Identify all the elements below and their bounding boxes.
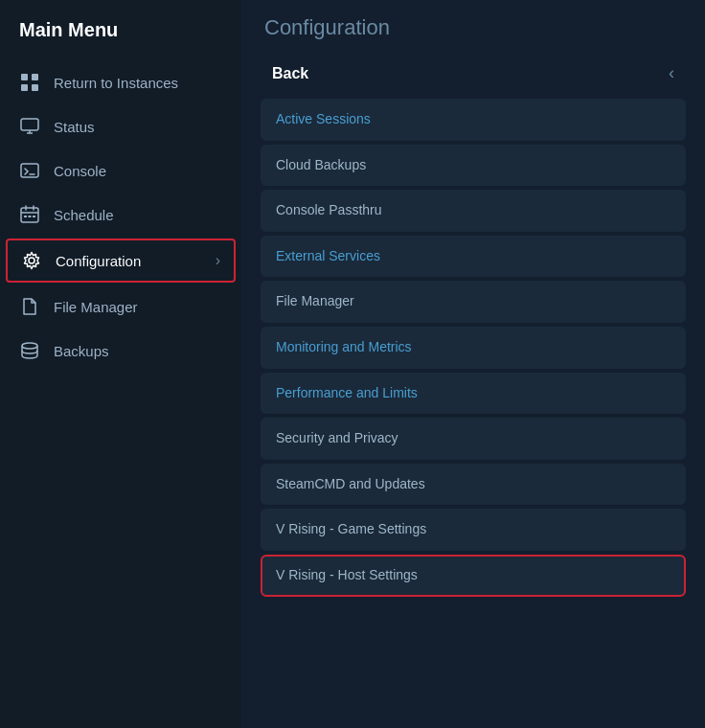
svg-rect-1 xyxy=(32,74,38,80)
back-row: Back ‹ xyxy=(261,56,686,91)
svg-rect-2 xyxy=(21,84,28,91)
sidebar: Main Menu Return to Instances Status xyxy=(0,0,241,728)
back-chevron-icon[interactable]: ‹ xyxy=(669,63,674,83)
svg-rect-15 xyxy=(33,216,35,217)
config-menu-item-cloud-backups[interactable]: Cloud Backups xyxy=(261,145,686,187)
schedule-icon xyxy=(19,204,40,225)
config-panel: Configuration Back ‹ Active Sessions Clo… xyxy=(241,0,705,728)
backups-icon xyxy=(19,340,40,361)
sidebar-item-configuration[interactable]: Configuration › xyxy=(6,239,236,283)
monitor-icon xyxy=(19,116,40,137)
grid-icon xyxy=(19,72,40,93)
config-menu-item-v-rising-host-settings[interactable]: V Rising - Host Settings xyxy=(261,555,686,597)
chevron-right-icon: › xyxy=(216,252,220,269)
config-menu-list: Active Sessions Cloud Backups Console Pa… xyxy=(261,99,686,597)
sidebar-item-file-manager[interactable]: File Manager xyxy=(0,284,241,329)
config-menu-item-performance-and-limits[interactable]: Performance and Limits xyxy=(261,373,686,415)
config-menu-item-file-manager[interactable]: File Manager xyxy=(261,281,686,323)
svg-rect-3 xyxy=(32,84,38,91)
sidebar-item-schedule[interactable]: Schedule xyxy=(0,193,241,237)
svg-rect-7 xyxy=(21,164,38,177)
sidebar-item-label: Schedule xyxy=(54,207,114,223)
sidebar-item-backups[interactable]: Backups xyxy=(0,329,241,373)
sidebar-item-status[interactable]: Status xyxy=(0,104,241,148)
sidebar-item-label: Backups xyxy=(54,343,109,359)
config-menu-item-console-passthru[interactable]: Console Passthru xyxy=(261,190,686,232)
sidebar-item-console[interactable]: Console xyxy=(0,148,241,193)
sidebar-title: Main Menu xyxy=(0,19,241,60)
console-icon xyxy=(19,160,40,181)
svg-point-16 xyxy=(29,258,34,263)
sidebar-item-label: Console xyxy=(54,163,106,179)
sidebar-item-label: Configuration xyxy=(56,253,141,269)
sidebar-item-label: File Manager xyxy=(54,299,138,315)
config-menu-item-steamcmd-and-updates[interactable]: SteamCMD and Updates xyxy=(261,464,686,506)
config-menu-item-active-sessions[interactable]: Active Sessions xyxy=(261,99,686,141)
config-menu-item-security-and-privacy[interactable]: Security and Privacy xyxy=(261,418,686,460)
gear-icon xyxy=(21,250,42,271)
file-icon xyxy=(19,296,40,317)
sidebar-item-return-to-instances[interactable]: Return to Instances xyxy=(0,60,241,104)
svg-rect-0 xyxy=(21,74,28,80)
sidebar-item-label: Status xyxy=(54,119,95,135)
back-button[interactable]: Back xyxy=(272,65,308,82)
config-menu-item-v-rising-game-settings[interactable]: V Rising - Game Settings xyxy=(261,509,686,551)
sidebar-item-label: Return to Instances xyxy=(54,75,178,91)
svg-rect-4 xyxy=(21,119,38,130)
svg-rect-13 xyxy=(24,216,27,217)
config-panel-title: Configuration xyxy=(261,15,686,40)
config-menu-item-external-services[interactable]: External Services xyxy=(261,236,686,278)
config-menu-item-monitoring-and-metrics[interactable]: Monitoring and Metrics xyxy=(261,327,686,369)
svg-rect-14 xyxy=(29,216,32,217)
svg-point-17 xyxy=(22,343,37,349)
svg-rect-9 xyxy=(21,208,38,222)
